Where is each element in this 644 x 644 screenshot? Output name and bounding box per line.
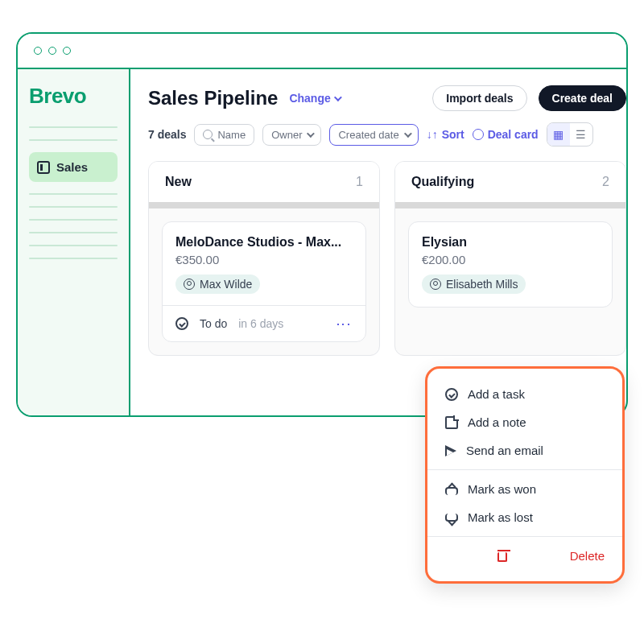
- column-count: 1: [356, 175, 363, 189]
- window-dot: [48, 47, 56, 55]
- page-header: Sales Pipeline Change Import deals Creat…: [148, 85, 626, 111]
- search-icon: [203, 130, 213, 139]
- app-window: Brevo Sales Sales Pipeline Change: [16, 32, 628, 417]
- page-title: Sales Pipeline: [148, 87, 278, 109]
- list-view-button[interactable]: ☰: [570, 123, 592, 146]
- window-dot: [63, 47, 71, 55]
- created-date-filter[interactable]: Created date: [329, 124, 418, 146]
- main-content: Sales Pipeline Change Import deals Creat…: [130, 69, 626, 415]
- owner-chip[interactable]: Max Wilde: [175, 275, 260, 294]
- owner-name: Max Wilde: [200, 278, 252, 291]
- gear-icon: [473, 129, 484, 140]
- column-title: New: [165, 175, 192, 189]
- chevron-down-icon: [334, 93, 342, 101]
- chevron-down-icon: [307, 130, 315, 138]
- window-dot: [34, 47, 42, 55]
- owner-label: Owner: [271, 129, 302, 141]
- menu-label: Add a task: [468, 387, 525, 401]
- menu-add-note[interactable]: Add a note: [427, 408, 622, 417]
- due-label: in 6 days: [238, 317, 283, 330]
- owner-name: Elisabeth Mills: [446, 278, 518, 291]
- deal-price: €200.00: [422, 253, 599, 266]
- import-deals-button[interactable]: Import deals: [432, 85, 526, 111]
- context-menu: Add a task Add a note Send an email Mark…: [425, 366, 625, 417]
- pipeline-columns: New 1 MeloDance Studios - Max... €350.00…: [148, 161, 626, 356]
- nav-placeholder: [29, 139, 118, 141]
- nav-placeholder: [29, 206, 118, 208]
- deal-card[interactable]: Elysian €200.00 Elisabeth Mills: [408, 221, 613, 308]
- menu-add-task[interactable]: Add a task: [427, 380, 622, 408]
- deal-title: Elysian: [422, 235, 599, 250]
- search-name-input[interactable]: Name: [194, 124, 254, 146]
- chevron-down-icon: [404, 130, 412, 138]
- sidebar: Brevo Sales: [18, 69, 130, 415]
- task-label: To do: [200, 317, 227, 330]
- column-progress-bar: [395, 202, 625, 208]
- sort-button[interactable]: ↓↑ Sort: [427, 128, 464, 141]
- sort-icon: ↓↑: [427, 128, 438, 141]
- view-toggle: ▦ ☰: [547, 122, 593, 147]
- pipeline-column-qualifying: Qualifying 2 Elysian €200.00 Elisabeth M…: [394, 161, 626, 356]
- nav-placeholder: [29, 193, 118, 195]
- sidebar-item-label: Sales: [56, 160, 88, 174]
- board-view-button[interactable]: ▦: [547, 123, 570, 146]
- pipeline-column-new: New 1 MeloDance Studios - Max... €350.00…: [148, 161, 380, 356]
- deal-count: 7 deals: [148, 128, 186, 141]
- column-title: Qualifying: [411, 175, 474, 189]
- deal-card-settings[interactable]: Deal card: [473, 128, 539, 141]
- task-icon: [445, 388, 458, 401]
- nav-placeholder: [29, 245, 118, 246]
- task-icon: [175, 317, 188, 330]
- nav-placeholder: [29, 219, 118, 221]
- owner-chip[interactable]: Elisabeth Mills: [422, 275, 526, 294]
- board-icon: [37, 161, 50, 174]
- person-icon: [430, 279, 441, 290]
- column-progress-bar: [149, 202, 379, 208]
- note-icon: [445, 416, 458, 418]
- card-footer: To do in 6 days ⋮: [163, 305, 365, 341]
- sidebar-item-sales[interactable]: Sales: [29, 152, 118, 182]
- menu-label: Add a note: [468, 415, 526, 417]
- owner-filter[interactable]: Owner: [262, 124, 321, 146]
- more-menu-button[interactable]: ⋮: [335, 317, 353, 330]
- sort-label: Sort: [442, 128, 464, 141]
- column-header: Qualifying 2: [395, 162, 625, 202]
- nav-placeholder: [29, 126, 118, 128]
- column-count: 2: [602, 175, 609, 189]
- change-label: Change: [289, 92, 330, 105]
- nav-placeholder: [29, 232, 118, 233]
- person-icon: [184, 279, 195, 290]
- deal-title: MeloDance Studios - Max...: [175, 235, 353, 250]
- deal-price: €350.00: [175, 253, 353, 266]
- deal-card[interactable]: MeloDance Studios - Max... €350.00 Max W…: [162, 221, 366, 342]
- column-header: New 1: [149, 162, 379, 202]
- change-pipeline-link[interactable]: Change: [289, 92, 339, 105]
- toolbar: 7 deals Name Owner Created date ↓↑ Sort: [148, 122, 626, 147]
- window-titlebar: [18, 34, 626, 69]
- dealcard-label: Deal card: [488, 128, 539, 141]
- nav-placeholder: [29, 258, 118, 259]
- search-placeholder: Name: [217, 129, 246, 141]
- create-deal-button[interactable]: Create deal: [539, 85, 626, 111]
- created-label: Created date: [338, 129, 398, 141]
- logo: Brevo: [29, 84, 118, 109]
